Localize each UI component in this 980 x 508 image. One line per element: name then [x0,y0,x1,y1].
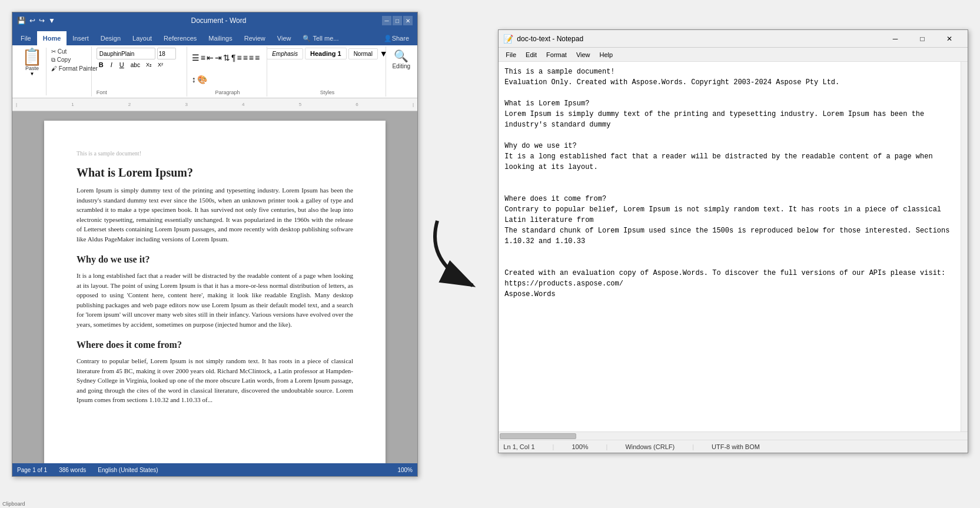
strikethrough-button[interactable]: abc [129,61,142,69]
notepad-icon: 📝 [503,34,513,44]
notepad-menu-view[interactable]: View [572,50,595,59]
styles-more-button[interactable]: ▼ [380,49,388,58]
italic-button[interactable]: I [108,61,115,69]
word-minimize-button[interactable]: ─ [382,16,391,25]
show-formatting-button[interactable]: ¶ [231,53,236,62]
word-page: This is a sample document! What is Lorem… [44,121,386,463]
font-group-label: Font [97,89,107,95]
shading-button[interactable]: 🎨 [197,75,207,84]
underline-button[interactable]: U [117,61,127,69]
tab-mailings[interactable]: Mailings [202,31,238,45]
paragraph-label: Paragraph [215,89,240,95]
word-doc-area: This is a sample document! What is Lorem… [12,111,417,463]
paste-icon: 📋 [22,49,42,65]
notepad-title-area: 📝 doc-to-text - Notepad [503,34,583,44]
tab-design[interactable]: Design [95,31,127,45]
subscript-button[interactable]: X₂ [144,61,154,68]
tab-review[interactable]: Review [238,31,271,45]
notepad-menubar: File Edit Format View Help [499,48,968,62]
word-window-controls: ─ □ ✕ [382,16,413,25]
doc-paragraph-2[interactable]: It is a long established fact that a rea… [77,271,353,329]
notepad-text-area[interactable]: This is a sample document! Evaluation On… [499,62,961,431]
desktop: 💾 ↩ ↪ ▼ Document - Word ─ □ ✕ File Home … [6,6,974,502]
tab-file[interactable]: File [15,31,37,45]
word-count: 386 words [59,467,86,473]
word-customize-icon[interactable]: ▼ [48,16,55,25]
tab-tellme[interactable]: 🔍 Tell me... [297,31,344,45]
notepad-menu-format[interactable]: Format [542,50,572,59]
font-size-input[interactable] [157,48,176,59]
doc-paragraph-3[interactable]: Contrary to popular belief, Lorem Ipsum … [77,356,353,405]
word-undo-icon[interactable]: ↩ [29,16,35,25]
paste-button[interactable]: 📋 Paste ▼ [18,48,46,95]
notepad-menu-file[interactable]: File [501,50,521,59]
paste-dropdown-icon[interactable]: ▼ [30,71,35,77]
styles-group: Emphasis Heading 1 Normal ▼ Styles [268,47,386,97]
notepad-horizontal-scrollbar-area[interactable] [499,431,968,440]
tab-home[interactable]: Home [37,31,67,45]
editing-label[interactable]: Editing [392,63,410,69]
notepad-menu-edit[interactable]: Edit [521,50,542,59]
style-heading1-button[interactable]: Heading 1 [305,48,347,59]
notepad-vertical-scrollbar[interactable] [961,62,968,431]
style-emphasis-button[interactable]: Emphasis [267,48,303,59]
word-save-icon[interactable]: 💾 [17,16,26,25]
indent-increase-button[interactable]: ⇥ [215,53,222,62]
sort-button[interactable]: ⇅ [223,53,230,62]
word-titlebar: 💾 ↩ ↪ ▼ Document - Word ─ □ ✕ [12,12,417,29]
numbering-button[interactable]: ≡ [201,53,205,62]
notepad-window: 📝 doc-to-text - Notepad ─ □ ✕ File Edit … [498,29,968,453]
notepad-close-button[interactable]: ✕ [936,30,963,48]
bullets-button[interactable]: ☰ [192,53,200,62]
paste-label: Paste [25,65,39,71]
notepad-line-ending: Windows (CRLF) [625,443,675,450]
style-normal-button[interactable]: Normal [348,48,378,59]
notepad-minimize-button[interactable]: ─ [882,30,909,48]
person-icon: 👤 [384,35,392,42]
word-title: Document - Word [191,16,247,25]
word-close-button[interactable]: ✕ [403,16,413,25]
arrow-container [418,12,498,477]
styles-area: Emphasis Heading 1 Normal ▼ [267,48,388,59]
paragraph-group: ☰ ≡ ⇤ ⇥ ⇅ ¶ ≡ ≡ ≡ ≡ ↕ 🎨 Paragraph [188,47,268,97]
zoom-level: 100% [397,467,413,473]
notepad-maximize-button[interactable]: □ [909,30,936,48]
notepad-statusbar: Ln 1, Col 1 | 100% | Windows (CRLF) | UT… [499,440,968,453]
notepad-menu-help[interactable]: Help [595,50,618,59]
editing-group: 🔍 Editing [387,47,415,97]
notepad-horizontal-scrollbar-thumb[interactable] [500,433,576,439]
word-window: 💾 ↩ ↪ ▼ Document - Word ─ □ ✕ File Home … [12,12,418,477]
search-icon: 🔍 [303,35,311,42]
tab-view[interactable]: View [271,31,297,45]
tab-layout[interactable]: Layout [127,31,158,45]
doc-paragraph-1[interactable]: Lorem Ipsum is simply dummy text of the … [77,185,353,244]
doc-heading-1[interactable]: What is Lorem Ipsum? [77,166,353,180]
align-justify-button[interactable]: ≡ [255,53,260,62]
tab-references[interactable]: References [158,31,202,45]
clipboard-label: Clipboard [2,501,25,507]
word-statusbar: Page 1 of 1 386 words English (United St… [12,463,417,476]
superscript-button[interactable]: X² [156,61,165,68]
share-button[interactable]: 👤 Share [378,31,415,45]
word-ribbon: 📋 Paste ▼ ✂ Cut ⧉ Copy 🖌 Format Painter … [12,45,417,98]
word-redo-icon[interactable]: ↪ [39,16,45,25]
indent-decrease-button[interactable]: ⇤ [207,53,214,62]
word-maximize-button[interactable]: □ [393,16,402,25]
editing-icon: 🔍 [394,49,408,63]
align-left-button[interactable]: ≡ [237,53,242,62]
line-spacing-button[interactable]: ↕ [192,75,196,84]
notepad-titlebar: 📝 doc-to-text - Notepad ─ □ ✕ [499,30,968,48]
font-name-input[interactable] [97,48,155,59]
font-group: B I U abc X₂ X² Font [93,47,187,97]
doc-heading-2[interactable]: Why do we use it? [77,254,353,265]
align-right-button[interactable]: ≡ [249,53,254,62]
bold-button[interactable]: B [97,61,106,69]
align-center-button[interactable]: ≡ [243,53,248,62]
clipboard-group: 📋 Paste ▼ ✂ Cut ⧉ Copy 🖌 Format Painter [15,47,92,97]
notepad-title: doc-to-text - Notepad [517,35,583,43]
conversion-arrow [420,185,496,303]
doc-heading-3[interactable]: Where does it come from? [77,340,353,350]
tab-insert[interactable]: Insert [67,31,95,45]
notepad-content-area: This is a sample document! Evaluation On… [499,62,968,431]
notepad-encoding: UTF-8 with BOM [712,443,760,450]
